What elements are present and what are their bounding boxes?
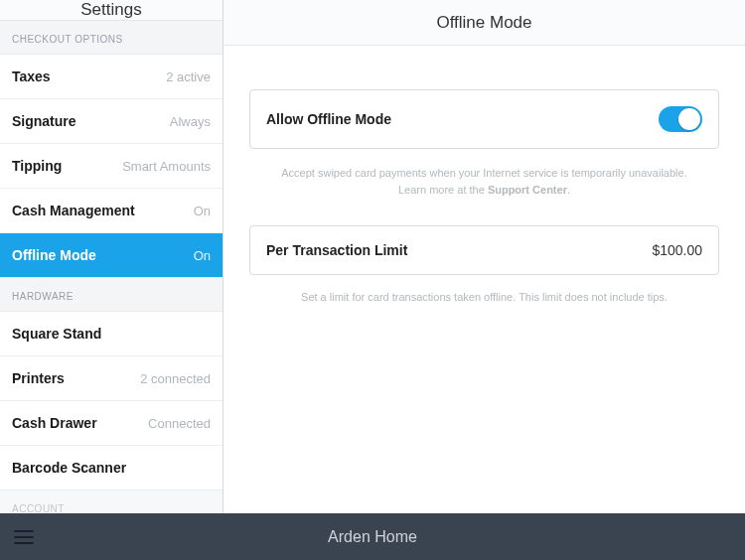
- bottom-bar: Arden Home: [0, 513, 745, 560]
- hamburger-menu-icon[interactable]: [14, 530, 34, 544]
- limit-label: Per Transaction Limit: [266, 242, 407, 258]
- support-center-link[interactable]: Support Center: [488, 184, 567, 196]
- sidebar-item-status: On: [194, 204, 211, 218]
- sidebar-item-status: 2 connected: [140, 371, 211, 386]
- sidebar-item-label: Cash Drawer: [12, 415, 97, 431]
- limit-helper: Set a limit for card transactions taken …: [279, 291, 689, 303]
- sidebar-item-label: Barcode Scanner: [12, 460, 126, 476]
- section-header-checkout: CHECKOUT OPTIONS: [0, 21, 223, 55]
- sidebar-item-label: Signature: [12, 113, 76, 129]
- location-title: Arden Home: [0, 528, 745, 546]
- sidebar-item-label: Square Stand: [12, 326, 101, 342]
- per-transaction-limit-card[interactable]: Per Transaction Limit $100.00: [249, 225, 719, 275]
- allow-offline-label: Allow Offline Mode: [266, 111, 391, 127]
- helper-text: .: [567, 184, 570, 196]
- sidebar-item-cash-management[interactable]: Cash Management On: [0, 189, 223, 233]
- limit-value: $100.00: [652, 242, 702, 258]
- allow-offline-helper: Accept swiped card payments when your In…: [279, 165, 689, 198]
- settings-sidebar: Settings CHECKOUT OPTIONS Taxes 2 active…: [0, 0, 224, 513]
- sidebar-item-status: 2 active: [166, 70, 211, 84]
- sidebar-item-taxes[interactable]: Taxes 2 active: [0, 55, 223, 99]
- sidebar-item-label: Offline Mode: [12, 247, 96, 263]
- sidebar-item-tipping[interactable]: Tipping Smart Amounts: [0, 144, 223, 189]
- section-header-account: ACCOUNT: [0, 490, 223, 513]
- sidebar-item-label: Cash Management: [12, 203, 135, 218]
- main-panel: Offline Mode Allow Offline Mode Accept s…: [224, 0, 745, 513]
- sidebar-item-cash-drawer[interactable]: Cash Drawer Connected: [0, 401, 223, 446]
- sidebar-item-status: Connected: [148, 416, 211, 431]
- page-title: Offline Mode: [224, 0, 745, 46]
- helper-text: Learn more at the: [398, 184, 488, 196]
- sidebar-item-signature[interactable]: Signature Always: [0, 99, 223, 144]
- sidebar-item-square-stand[interactable]: Square Stand: [0, 312, 223, 356]
- toggle-knob: [678, 108, 700, 130]
- sidebar-item-barcode-scanner[interactable]: Barcode Scanner: [0, 446, 223, 490]
- allow-offline-toggle[interactable]: [659, 106, 702, 132]
- helper-text: Accept swiped card payments when your In…: [281, 167, 686, 179]
- sidebar-item-printers[interactable]: Printers 2 connected: [0, 356, 223, 401]
- section-header-hardware: HARDWARE: [0, 278, 223, 312]
- sidebar-item-label: Tipping: [12, 158, 62, 174]
- sidebar-item-label: Printers: [12, 370, 65, 386]
- sidebar-item-status: Always: [170, 114, 211, 129]
- allow-offline-card: Allow Offline Mode: [249, 89, 719, 149]
- sidebar-item-offline-mode[interactable]: Offline Mode On: [0, 233, 223, 278]
- sidebar-title: Settings: [0, 0, 223, 21]
- sidebar-item-status: Smart Amounts: [122, 159, 211, 174]
- sidebar-item-label: Taxes: [12, 69, 51, 84]
- sidebar-item-status: On: [194, 248, 211, 263]
